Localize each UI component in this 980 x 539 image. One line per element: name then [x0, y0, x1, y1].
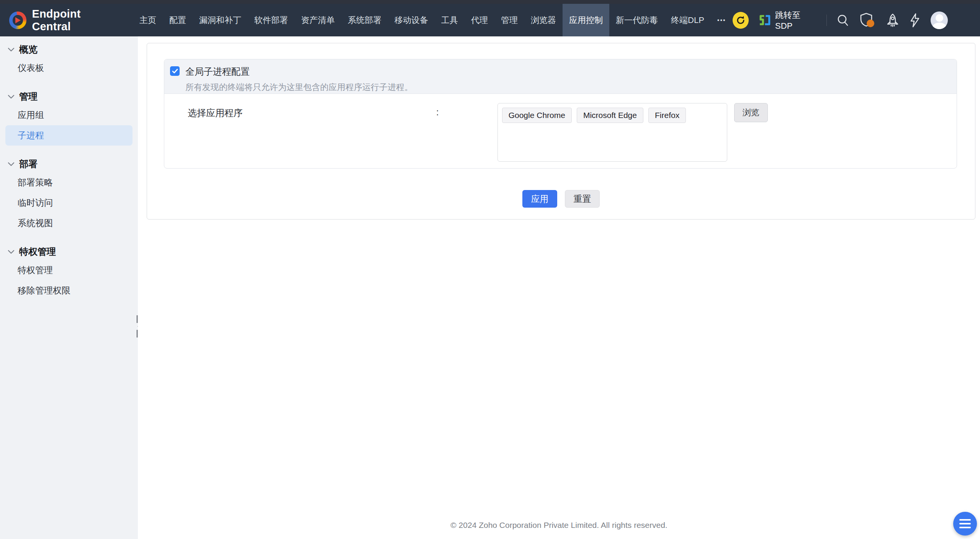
security-shield-icon[interactable] [859, 12, 876, 28]
app-chip-google-chrome[interactable]: Google Chrome [502, 108, 572, 123]
browser-top-strip [0, 0, 980, 4]
global-config-description: 所有发现的终端将只允许为这里包含的应用程序运行子进程。 [185, 82, 413, 93]
copyright-footer: © 2024 Zoho Corporation Private Limited.… [138, 521, 980, 530]
tab-tools[interactable]: 工具 [435, 4, 465, 36]
sidebar-section-title: 部署 [19, 158, 38, 170]
sidebar-item-app-groups[interactable]: 应用组 [0, 105, 138, 125]
chevron-down-icon [8, 250, 15, 254]
global-config-panel: 全局子进程配置 所有发现的终端将只允许为这里包含的应用程序运行子进程。 选择应用… [164, 59, 957, 169]
sidebar-section-manage: 管理 应用组 子进程 [0, 88, 138, 146]
sidebar-section-manage-header[interactable]: 管理 [0, 88, 138, 105]
sidebar-section-privilege: 特权管理 特权管理 移除管理权限 [0, 243, 138, 301]
tab-home[interactable]: 主页 [133, 4, 163, 36]
app-chip-firefox[interactable]: Firefox [648, 108, 686, 123]
global-config-title: 全局子进程配置 [185, 66, 413, 78]
brand[interactable]: Endpoint Central [0, 4, 133, 36]
topbar-right-cluster: 跳转至SDP [733, 4, 980, 36]
sidebar-section-overview: 概览 仪表板 [0, 41, 138, 78]
chevron-down-icon [8, 48, 15, 52]
browse-button[interactable]: 浏览 [734, 103, 768, 122]
apps-grid-icon[interactable] [958, 14, 970, 26]
sidebar-item-temporary-access[interactable]: 临时访问 [0, 193, 138, 213]
selected-applications-box[interactable]: Google Chrome Microsoft Edge Firefox [497, 103, 727, 162]
child-process-config-card: 全局子进程配置 所有发现的终端将只允许为这里包含的应用程序运行子进程。 选择应用… [147, 43, 975, 220]
sidebar-section-title: 管理 [19, 90, 38, 103]
label-separator: : [436, 103, 439, 118]
chevron-down-icon [8, 162, 15, 166]
top-navbar: Endpoint Central 主页 配置 漏洞和补丁 软件部署 资产清单 系… [0, 4, 980, 36]
hamburger-icon [959, 527, 971, 528]
brand-name: Endpoint Central [32, 8, 121, 33]
sidebar-item-system-view[interactable]: 系统视图 [0, 213, 138, 233]
tab-asset-inventory[interactable]: 资产清单 [294, 4, 341, 36]
sdp-logo-icon [759, 14, 771, 27]
jump-to-sdp-link[interactable]: 跳转至SDP [759, 10, 816, 31]
action-buttons-row: 应用 重置 [147, 190, 975, 208]
chevron-down-icon [8, 95, 15, 99]
global-config-checkbox[interactable] [170, 66, 180, 76]
select-applications-row: 选择应用程序 : Google Chrome Microsoft Edge Fi… [164, 94, 957, 162]
hamburger-icon [959, 519, 971, 521]
tab-app-control[interactable]: 应用控制 [563, 4, 609, 36]
search-icon[interactable] [836, 14, 849, 27]
tab-next-gen-av[interactable]: 新一代防毒 [609, 4, 664, 36]
jump-to-sdp-label: 跳转至SDP [775, 10, 816, 31]
sidebar-item-dashboard[interactable]: 仪表板 [0, 58, 138, 78]
sidebar-section-deployment-header[interactable]: 部署 [0, 156, 138, 172]
tab-more-ellipsis[interactable]: ••• [711, 4, 733, 36]
sidebar-section-title: 特权管理 [19, 246, 56, 258]
global-config-header: 全局子进程配置 所有发现的终端将只允许为这里包含的应用程序运行子进程。 [164, 59, 957, 94]
tab-os-deployment[interactable]: 系统部署 [341, 4, 388, 36]
user-avatar[interactable] [931, 11, 948, 29]
sidebar: 概览 仪表板 管理 应用组 子进程 部署 部署策略 临时访问 系统视图 特权管理 [0, 36, 138, 539]
sidebar-section-privilege-header[interactable]: 特权管理 [0, 243, 138, 260]
tab-admin[interactable]: 管理 [494, 4, 524, 36]
rocket-icon[interactable] [886, 13, 899, 27]
sidebar-item-privilege-management[interactable]: 特权管理 [0, 260, 138, 280]
tab-agent[interactable]: 代理 [465, 4, 494, 36]
tab-software-deployment[interactable]: 软件部署 [248, 4, 294, 36]
sidebar-section-title: 概览 [19, 43, 38, 56]
main-content: 全局子进程配置 所有发现的终端将只允许为这里包含的应用程序运行子进程。 选择应用… [138, 36, 980, 539]
select-applications-label: 选择应用程序 [188, 103, 436, 119]
tab-vulnerability-patch[interactable]: 漏洞和补丁 [193, 4, 248, 36]
flash-announcements-icon[interactable] [909, 13, 921, 28]
sidebar-item-deployment-policies[interactable]: 部署策略 [0, 172, 138, 193]
sidebar-section-deployment: 部署 部署策略 临时访问 系统视图 [0, 156, 138, 233]
app-chip-microsoft-edge[interactable]: Microsoft Edge [577, 108, 643, 123]
sidebar-item-remove-admin-rights[interactable]: 移除管理权限 [0, 280, 138, 301]
endpoint-central-logo-icon [9, 11, 26, 29]
tab-mobile-devices[interactable]: 移动设备 [388, 4, 435, 36]
reset-button[interactable]: 重置 [565, 190, 600, 208]
tab-browsers[interactable]: 浏览器 [524, 4, 563, 36]
main-nav: 主页 配置 漏洞和补丁 软件部署 资产清单 系统部署 移动设备 工具 代理 管理… [133, 4, 733, 36]
tab-endpoint-dlp[interactable]: 终端DLP [664, 4, 711, 36]
tab-configurations[interactable]: 配置 [163, 4, 193, 36]
sidebar-item-child-process[interactable]: 子进程 [5, 125, 133, 146]
sync-refresh-icon[interactable] [733, 12, 749, 29]
floating-menu-button[interactable] [953, 512, 977, 536]
apply-button[interactable]: 应用 [522, 190, 557, 208]
topbar-divider [826, 15, 827, 26]
hamburger-icon [959, 523, 971, 524]
sidebar-section-overview-header[interactable]: 概览 [0, 41, 138, 58]
